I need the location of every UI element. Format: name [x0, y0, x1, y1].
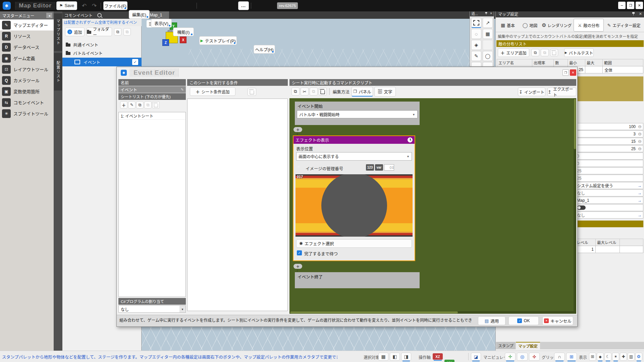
menu-view[interactable]: 表示(V): [151, 19, 172, 27]
sheet-rename-button[interactable]: ✎: [128, 101, 136, 109]
stamp-mode-button[interactable]: ◪: [471, 353, 481, 361]
trigger-dropdown[interactable]: バトル中・戦闘開始時 ▾: [297, 110, 418, 118]
sidebar-item-layout-tool[interactable]: ⊡ レイアウトツール: [0, 64, 54, 75]
sidebar-item-database[interactable]: D データベース: [0, 42, 54, 53]
copy-event-button[interactable]: ⧉: [114, 28, 121, 36]
col-min[interactable]: 最小: [568, 59, 585, 66]
save-button[interactable]: ⚑Save: [56, 1, 77, 10]
tool-face-select[interactable]: ◈: [471, 40, 481, 50]
sidebar-item-game-definition[interactable]: ◉ ゲーム定義: [0, 53, 54, 64]
event-end-block[interactable]: イベント終了: [295, 272, 420, 288]
prop-row[interactable]: 25⊖: [575, 145, 643, 152]
tab-enemy-distribution[interactable]: ⚔ 敵の分布: [574, 19, 604, 32]
window-minimize-button[interactable]: –: [618, 2, 626, 9]
spin-down-icon[interactable]: ▾: [392, 168, 393, 169]
col-range[interactable]: 範囲: [602, 59, 643, 66]
axis-yx-button[interactable]: YX: [444, 360, 454, 362]
prop-row-toggle[interactable]: [575, 204, 643, 211]
prop-row[interactable]: 15⊖: [575, 138, 643, 145]
sheet-copy-button[interactable]: ⧉: [136, 101, 144, 109]
sidebar-item-resources[interactable]: R リソース: [0, 31, 54, 42]
tree-item-common-events[interactable]: 共通イベント: [62, 41, 142, 48]
snap-magnet-button[interactable]: ∩: [554, 353, 565, 361]
prop-row[interactable]: 3⊖: [575, 130, 643, 137]
menu-help[interactable]: ヘルプ(H): [254, 45, 275, 54]
tab-map[interactable]: ◯ 地図: [520, 19, 540, 32]
tool-path-select[interactable]: ↗: [483, 18, 493, 28]
delete-condition-button[interactable]: [248, 88, 256, 96]
tab-placement-list[interactable]: 配置リスト: [54, 53, 62, 90]
display-camera-button[interactable]: ❂: [635, 353, 642, 361]
undo-button[interactable]: ↶: [80, 2, 89, 10]
scroll-thumb[interactable]: [574, 99, 576, 149]
sidebar-item-camera-tool[interactable]: Q カメラツール: [0, 75, 54, 86]
panel-mode-button[interactable]: ❐パネル: [352, 87, 373, 97]
testplay-button[interactable]: ▶テストプレイ(P): [199, 36, 237, 45]
level-value-cell[interactable]: 1: [575, 246, 596, 253]
display-mesh-button[interactable]: ▥: [628, 353, 635, 361]
condition-list[interactable]: [187, 99, 288, 311]
minus-circle-icon[interactable]: ⊖: [638, 146, 642, 151]
wait-checkbox[interactable]: ✓: [297, 250, 302, 255]
testplay-more-button[interactable]: ...: [238, 1, 249, 10]
col-level[interactable]: レベル: [575, 239, 596, 246]
paste-area-button[interactable]: ⧉: [541, 49, 549, 56]
select-stamp-button[interactable]: ▦: [378, 353, 388, 361]
tool-block-select[interactable]: ▦: [483, 29, 493, 39]
ok-button[interactable]: ✓OK: [508, 316, 539, 325]
dialog-close-button[interactable]: ✕: [570, 69, 576, 76]
sheet-list[interactable]: 1: イベントシート: [118, 112, 186, 297]
csharp-dropdown[interactable]: なし ▾: [118, 305, 186, 313]
script-copy-button[interactable]: ⧉: [291, 87, 300, 96]
arrow-right-icon[interactable]: →: [638, 213, 642, 218]
add-folder-button[interactable]: フォルダー: [87, 27, 112, 36]
sheet-add-button[interactable]: ＋: [120, 101, 127, 109]
event-start-block[interactable]: イベント開始 バトル中・戦闘開始時 ▾: [295, 102, 420, 125]
tab-stamp[interactable]: スタンプ: [496, 342, 515, 349]
gizmo-axis-x[interactable]: X: [180, 37, 186, 43]
prop-row[interactable]: 25: [575, 167, 643, 174]
add-event-button[interactable]: ＋ 追加: [65, 27, 85, 36]
tree-item-event-selected[interactable]: イベント ✓: [62, 58, 142, 66]
dropdown-button[interactable]: ▾: [179, 306, 185, 312]
minus-circle-icon[interactable]: ⊖: [638, 139, 642, 144]
sheet-paste-button[interactable]: ⧉: [144, 101, 152, 109]
col-area-name[interactable]: エリア名: [497, 59, 532, 66]
prop-row[interactable]: 0: [575, 153, 643, 160]
effect-select-button[interactable]: ✺エフェクト選択: [296, 239, 412, 248]
script-canvas[interactable]: イベント開始 バトル中・戦闘開始時 ▾ ＋ ↓ エフェクトの表示 表示位置 画面…: [289, 98, 576, 314]
sidebar-item-sprite-tool[interactable]: ✳ スプライトツール: [0, 108, 54, 119]
image-number-spinner[interactable]: 0 ▴▾: [384, 164, 394, 171]
arrow-right-icon[interactable]: →: [638, 183, 642, 188]
export-button[interactable]: ↥エクスポート: [547, 87, 576, 96]
row-cell-max[interactable]: [585, 66, 603, 73]
select-object-button[interactable]: ◨: [401, 353, 411, 361]
horizontal-scrollbar[interactable]: [289, 311, 574, 314]
redo-button[interactable]: ↷: [90, 2, 99, 10]
tab-rendering[interactable]: ❂ レンダリング: [541, 19, 572, 32]
script-paste-button[interactable]: ⧉: [310, 87, 318, 96]
display-night-button[interactable]: ☾: [604, 353, 611, 361]
max-level-cell[interactable]: [595, 246, 620, 253]
cancel-button[interactable]: ✕キャンセル: [542, 316, 573, 325]
effect-command-block[interactable]: エフェクトの表示 表示位置 画面の中心に表示する ▾ イメージの管理番号 123…: [293, 135, 415, 261]
pencil-icon[interactable]: ✎: [181, 87, 184, 92]
col-max[interactable]: 最大: [585, 59, 603, 66]
col-count[interactable]: 数: [553, 59, 568, 66]
import-button[interactable]: ↧インポート: [518, 87, 545, 96]
display-battle-button[interactable]: ✚: [620, 353, 627, 361]
sidebar-item-map-editor[interactable]: ✎ マップエディター: [0, 19, 54, 31]
prop-row-system-settings[interactable]: システム設定を使う→: [575, 182, 643, 189]
tab-map-list[interactable]: マップリスト: [54, 13, 62, 51]
position-dropdown[interactable]: 画面の中心に表示する ▾: [296, 152, 412, 161]
tool-rect-select[interactable]: [471, 18, 481, 28]
grid-toggle-button[interactable]: ⊞: [566, 353, 577, 361]
prop-row-none[interactable]: なし→: [575, 189, 643, 196]
tab-basic[interactable]: ▦ 基本: [497, 19, 519, 32]
display-effect-button[interactable]: ✶: [612, 353, 619, 361]
menu-function[interactable]: 機能(I): [173, 27, 194, 36]
select-terrain-button[interactable]: ◧: [390, 353, 400, 361]
tab-editor-settings[interactable]: ✎ エディター設定: [605, 19, 643, 32]
copy-area-button[interactable]: ⧉: [531, 49, 539, 56]
prop-row[interactable]: 0: [575, 160, 643, 167]
